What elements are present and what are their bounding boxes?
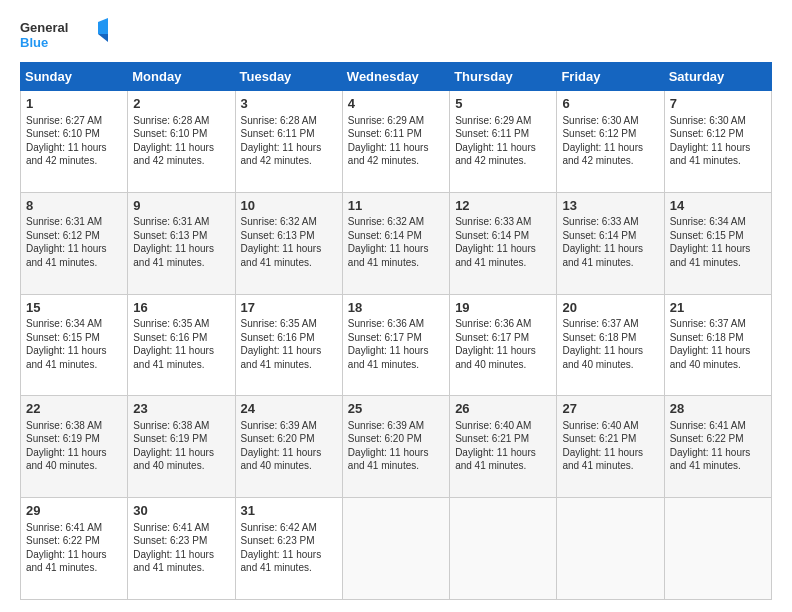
sunrise-label: Sunrise: 6:37 AM [562, 318, 638, 329]
sunrise-label: Sunrise: 6:28 AM [133, 115, 209, 126]
daylight-minutes: and 42 minutes. [26, 155, 97, 166]
sunrise-label: Sunrise: 6:37 AM [670, 318, 746, 329]
day-header-thursday: Thursday [450, 63, 557, 91]
day-header-sunday: Sunday [21, 63, 128, 91]
daylight-minutes: and 41 minutes. [241, 359, 312, 370]
daylight-minutes: and 40 minutes. [241, 460, 312, 471]
calendar-cell: 11Sunrise: 6:32 AMSunset: 6:14 PMDayligh… [342, 192, 449, 294]
day-number: 21 [670, 299, 766, 317]
daylight-minutes: and 41 minutes. [670, 257, 741, 268]
daylight-label: Daylight: 11 hours [26, 142, 107, 153]
daylight-label: Daylight: 11 hours [26, 447, 107, 458]
day-number: 2 [133, 95, 229, 113]
sunrise-label: Sunrise: 6:31 AM [133, 216, 209, 227]
day-number: 16 [133, 299, 229, 317]
sunset-label: Sunset: 6:12 PM [562, 128, 636, 139]
daylight-minutes: and 41 minutes. [348, 257, 419, 268]
sunrise-label: Sunrise: 6:38 AM [133, 420, 209, 431]
calendar-cell: 15Sunrise: 6:34 AMSunset: 6:15 PMDayligh… [21, 294, 128, 396]
daylight-minutes: and 40 minutes. [133, 460, 204, 471]
sunset-label: Sunset: 6:23 PM [133, 535, 207, 546]
day-number: 9 [133, 197, 229, 215]
daylight-label: Daylight: 11 hours [133, 243, 214, 254]
day-number: 29 [26, 502, 122, 520]
calendar-cell: 4Sunrise: 6:29 AMSunset: 6:11 PMDaylight… [342, 91, 449, 193]
page: General Blue SundayMondayTuesdayWednesda… [0, 0, 792, 612]
daylight-minutes: and 41 minutes. [133, 257, 204, 268]
sunrise-label: Sunrise: 6:41 AM [26, 522, 102, 533]
sunrise-label: Sunrise: 6:33 AM [455, 216, 531, 227]
sunrise-label: Sunrise: 6:31 AM [26, 216, 102, 227]
daylight-label: Daylight: 11 hours [670, 243, 751, 254]
day-number: 30 [133, 502, 229, 520]
logo: General Blue [20, 16, 110, 52]
daylight-label: Daylight: 11 hours [670, 142, 751, 153]
day-number: 10 [241, 197, 337, 215]
sunrise-label: Sunrise: 6:39 AM [241, 420, 317, 431]
sunset-label: Sunset: 6:21 PM [562, 433, 636, 444]
sunset-label: Sunset: 6:14 PM [455, 230, 529, 241]
calendar-cell: 31Sunrise: 6:42 AMSunset: 6:23 PMDayligh… [235, 498, 342, 600]
daylight-minutes: and 41 minutes. [455, 460, 526, 471]
sunset-label: Sunset: 6:22 PM [670, 433, 744, 444]
sunset-label: Sunset: 6:10 PM [26, 128, 100, 139]
daylight-label: Daylight: 11 hours [562, 447, 643, 458]
day-number: 31 [241, 502, 337, 520]
daylight-label: Daylight: 11 hours [670, 345, 751, 356]
sunset-label: Sunset: 6:12 PM [26, 230, 100, 241]
calendar-cell [664, 498, 771, 600]
sunrise-label: Sunrise: 6:35 AM [133, 318, 209, 329]
day-number: 26 [455, 400, 551, 418]
daylight-minutes: and 40 minutes. [26, 460, 97, 471]
calendar-cell: 19Sunrise: 6:36 AMSunset: 6:17 PMDayligh… [450, 294, 557, 396]
sunrise-label: Sunrise: 6:34 AM [670, 216, 746, 227]
calendar-cell: 28Sunrise: 6:41 AMSunset: 6:22 PMDayligh… [664, 396, 771, 498]
calendar-cell: 14Sunrise: 6:34 AMSunset: 6:15 PMDayligh… [664, 192, 771, 294]
sunset-label: Sunset: 6:14 PM [562, 230, 636, 241]
daylight-label: Daylight: 11 hours [562, 345, 643, 356]
calendar-cell: 3Sunrise: 6:28 AMSunset: 6:11 PMDaylight… [235, 91, 342, 193]
daylight-minutes: and 40 minutes. [455, 359, 526, 370]
sunset-label: Sunset: 6:21 PM [455, 433, 529, 444]
sunrise-label: Sunrise: 6:29 AM [348, 115, 424, 126]
daylight-minutes: and 41 minutes. [455, 257, 526, 268]
sunset-label: Sunset: 6:10 PM [133, 128, 207, 139]
day-header-friday: Friday [557, 63, 664, 91]
day-header-monday: Monday [128, 63, 235, 91]
day-number: 18 [348, 299, 444, 317]
sunrise-label: Sunrise: 6:38 AM [26, 420, 102, 431]
sunset-label: Sunset: 6:19 PM [26, 433, 100, 444]
sunrise-label: Sunrise: 6:32 AM [241, 216, 317, 227]
sunset-label: Sunset: 6:14 PM [348, 230, 422, 241]
sunset-label: Sunset: 6:16 PM [133, 332, 207, 343]
day-header-saturday: Saturday [664, 63, 771, 91]
calendar-cell: 8Sunrise: 6:31 AMSunset: 6:12 PMDaylight… [21, 192, 128, 294]
sunrise-label: Sunrise: 6:40 AM [455, 420, 531, 431]
calendar-cell: 27Sunrise: 6:40 AMSunset: 6:21 PMDayligh… [557, 396, 664, 498]
sunset-label: Sunset: 6:17 PM [348, 332, 422, 343]
daylight-minutes: and 40 minutes. [670, 359, 741, 370]
header: General Blue [20, 16, 772, 52]
calendar-cell: 22Sunrise: 6:38 AMSunset: 6:19 PMDayligh… [21, 396, 128, 498]
day-number: 28 [670, 400, 766, 418]
calendar-cell [557, 498, 664, 600]
sunrise-label: Sunrise: 6:29 AM [455, 115, 531, 126]
daylight-label: Daylight: 11 hours [455, 345, 536, 356]
day-number: 12 [455, 197, 551, 215]
daylight-label: Daylight: 11 hours [241, 549, 322, 560]
daylight-minutes: and 41 minutes. [670, 460, 741, 471]
daylight-minutes: and 41 minutes. [670, 155, 741, 166]
day-number: 27 [562, 400, 658, 418]
day-number: 6 [562, 95, 658, 113]
calendar-cell [450, 498, 557, 600]
daylight-label: Daylight: 11 hours [455, 142, 536, 153]
calendar-cell: 20Sunrise: 6:37 AMSunset: 6:18 PMDayligh… [557, 294, 664, 396]
sunrise-label: Sunrise: 6:36 AM [348, 318, 424, 329]
daylight-minutes: and 41 minutes. [348, 460, 419, 471]
sunrise-label: Sunrise: 6:33 AM [562, 216, 638, 227]
daylight-label: Daylight: 11 hours [562, 142, 643, 153]
calendar-cell: 26Sunrise: 6:40 AMSunset: 6:21 PMDayligh… [450, 396, 557, 498]
day-number: 3 [241, 95, 337, 113]
day-number: 4 [348, 95, 444, 113]
calendar-cell: 21Sunrise: 6:37 AMSunset: 6:18 PMDayligh… [664, 294, 771, 396]
